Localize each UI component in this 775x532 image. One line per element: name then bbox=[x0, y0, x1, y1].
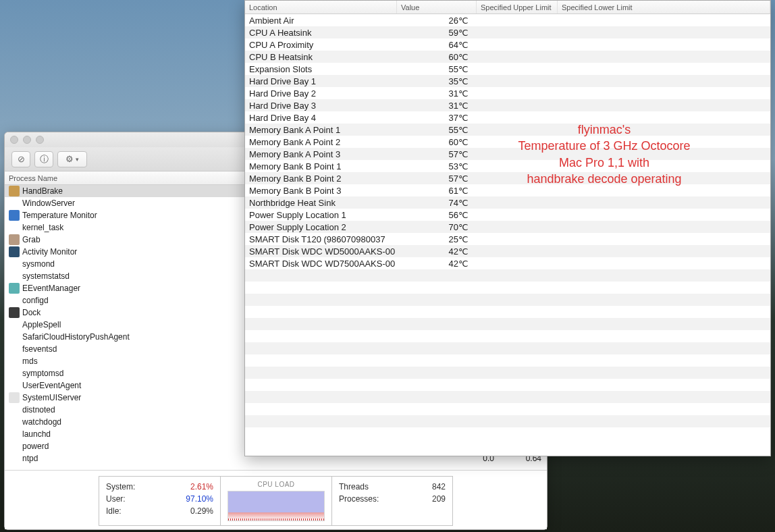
sensor-value: 57℃ bbox=[397, 174, 477, 184]
value-threads: 842 bbox=[432, 481, 446, 493]
sensor-location: Hard Drive Bay 4 bbox=[245, 113, 397, 123]
sensor-row[interactable]: Ambient Air26℃ bbox=[245, 14, 770, 26]
sensor-row[interactable]: CPU A Proximity64℃ bbox=[245, 38, 770, 51]
sensor-location: Memory Bank A Point 3 bbox=[245, 149, 397, 159]
cpu-usage-summary: System:2.61% User:97.10% Idle:0.29% bbox=[99, 476, 220, 526]
sensor-value: 60℃ bbox=[397, 137, 477, 147]
col-header-upper[interactable]: Specified Upper Limit bbox=[477, 1, 558, 14]
col-header-location[interactable]: Location bbox=[245, 1, 397, 14]
sensor-row[interactable]: Hard Drive Bay 331℃ bbox=[245, 99, 770, 111]
empty-row bbox=[245, 306, 770, 318]
sensor-value: 42℃ bbox=[397, 246, 477, 257]
sensor-value: 53℃ bbox=[397, 161, 477, 171]
tm-sensor-list[interactable]: Ambient Air26℃CPU A Heatsink59℃CPU A Pro… bbox=[245, 14, 770, 440]
sensor-value: 25℃ bbox=[397, 234, 477, 244]
sensor-location: SMART Disk WDC WD7500AAKS-00 bbox=[245, 259, 397, 269]
sensor-location: Memory Bank B Point 3 bbox=[245, 186, 397, 196]
process-icon bbox=[9, 186, 20, 196]
chevron-down-icon: ▾ bbox=[76, 156, 79, 163]
sensor-row[interactable]: SMART Disk WDC WD7500AAKS-0042℃ bbox=[245, 257, 770, 269]
sensor-location: SMART Disk WDC WD5000AAKS-00 bbox=[245, 246, 397, 257]
sensor-row[interactable]: Hard Drive Bay 135℃ bbox=[245, 75, 770, 87]
sensor-location: CPU A Heatsink bbox=[245, 28, 397, 38]
annotation-line: Temperature of 3 GHz Octocore bbox=[496, 138, 712, 154]
gear-icon: ⚙ bbox=[65, 154, 74, 164]
process-icon bbox=[9, 283, 20, 294]
empty-row bbox=[245, 415, 770, 427]
sensor-value: 35℃ bbox=[397, 76, 477, 86]
sensor-row[interactable]: Northbridge Heat Sink74℃ bbox=[245, 196, 770, 209]
empty-row bbox=[245, 367, 770, 379]
sensor-location: Power Supply Location 1 bbox=[245, 210, 397, 220]
sensor-location: Memory Bank B Point 2 bbox=[245, 174, 397, 184]
sensor-value: 55℃ bbox=[397, 64, 477, 74]
sensor-value: 37℃ bbox=[397, 113, 477, 123]
process-icon bbox=[9, 307, 20, 318]
sensor-row[interactable]: SMART Disk T120 (98607098003725℃ bbox=[245, 233, 770, 245]
process-icon bbox=[9, 234, 20, 245]
label-processes: Processes: bbox=[339, 493, 379, 505]
sensor-location: Hard Drive Bay 1 bbox=[245, 76, 397, 86]
thread-process-summary: Threads842 Processes:209 bbox=[331, 476, 453, 526]
sensor-row[interactable]: Expansion Slots55℃ bbox=[245, 63, 770, 75]
empty-row bbox=[245, 282, 770, 294]
sensor-location: Ambient Air bbox=[245, 16, 397, 26]
sensor-value: 31℃ bbox=[397, 88, 477, 99]
sensor-value: 59℃ bbox=[397, 28, 477, 38]
sensor-row[interactable]: Hard Drive Bay 231℃ bbox=[245, 87, 770, 99]
process-icon bbox=[9, 392, 20, 403]
label-threads: Threads bbox=[339, 481, 369, 493]
sensor-location: Memory Bank A Point 1 bbox=[245, 125, 397, 135]
value-processes: 209 bbox=[432, 493, 446, 505]
label-system: System: bbox=[106, 481, 135, 493]
empty-row bbox=[245, 391, 770, 403]
col-header-lower[interactable]: Specified Lower Limit bbox=[558, 1, 770, 14]
gear-menu-button[interactable]: ⚙ ▾ bbox=[57, 151, 87, 167]
sensor-row[interactable]: Power Supply Location 270℃ bbox=[245, 221, 770, 233]
cpu-graph-area bbox=[228, 491, 325, 521]
inspect-process-button[interactable]: ⓘ bbox=[34, 151, 53, 167]
sensor-value: 61℃ bbox=[397, 186, 477, 196]
col-header-value[interactable]: Value bbox=[397, 1, 477, 14]
empty-row bbox=[245, 269, 770, 282]
stop-icon: ⊘ bbox=[18, 154, 25, 164]
sensor-location: Memory Bank B Point 1 bbox=[245, 161, 397, 171]
annotation-line: handbrake decode operating bbox=[496, 171, 712, 187]
annotation-line: Mac Pro 1,1 with bbox=[496, 155, 712, 171]
sensor-row[interactable]: SMART Disk WDC WD5000AAKS-0042℃ bbox=[245, 245, 770, 257]
sensor-value: 26℃ bbox=[397, 16, 477, 26]
sensor-value: 74℃ bbox=[397, 198, 477, 208]
empty-row bbox=[245, 379, 770, 391]
temperature-monitor-window: Location Value Specified Upper Limit Spe… bbox=[244, 0, 771, 456]
cpu-load-graph: CPU LOAD bbox=[220, 476, 331, 526]
empty-row bbox=[245, 318, 770, 330]
empty-row bbox=[245, 354, 770, 367]
stop-process-button[interactable]: ⊘ bbox=[11, 151, 30, 167]
sensor-location: Power Supply Location 2 bbox=[245, 222, 397, 232]
value-system: 2.61% bbox=[190, 481, 213, 493]
sensor-row[interactable]: CPU B Heatsink60℃ bbox=[245, 51, 770, 63]
empty-row bbox=[245, 330, 770, 342]
empty-row bbox=[245, 403, 770, 415]
am-footer: System:2.61% User:97.10% Idle:0.29% CPU … bbox=[5, 470, 547, 529]
label-user: User: bbox=[106, 493, 126, 505]
sensor-location: CPU A Proximity bbox=[245, 40, 397, 50]
sensor-value: 70℃ bbox=[397, 222, 477, 232]
sensor-location: Northbridge Heat Sink bbox=[245, 198, 397, 208]
sensor-row[interactable]: Power Supply Location 156℃ bbox=[245, 209, 770, 221]
empty-row bbox=[245, 294, 770, 306]
sensor-location: Memory Bank A Point 2 bbox=[245, 137, 397, 147]
cpu-load-title: CPU LOAD bbox=[228, 481, 325, 488]
tm-column-headers: Location Value Specified Upper Limit Spe… bbox=[245, 1, 770, 14]
sensor-value: 42℃ bbox=[397, 259, 477, 269]
info-icon: ⓘ bbox=[40, 153, 49, 165]
sensor-location: Expansion Slots bbox=[245, 64, 397, 74]
close-button[interactable] bbox=[10, 136, 18, 144]
value-idle: 0.29% bbox=[190, 505, 213, 517]
sensor-row[interactable]: CPU A Heatsink59℃ bbox=[245, 26, 770, 38]
sensor-value: 55℃ bbox=[397, 125, 477, 135]
sensor-value: 56℃ bbox=[397, 210, 477, 220]
sensor-value: 31℃ bbox=[397, 101, 477, 111]
sensor-location: Hard Drive Bay 2 bbox=[245, 88, 397, 99]
empty-row bbox=[245, 342, 770, 354]
